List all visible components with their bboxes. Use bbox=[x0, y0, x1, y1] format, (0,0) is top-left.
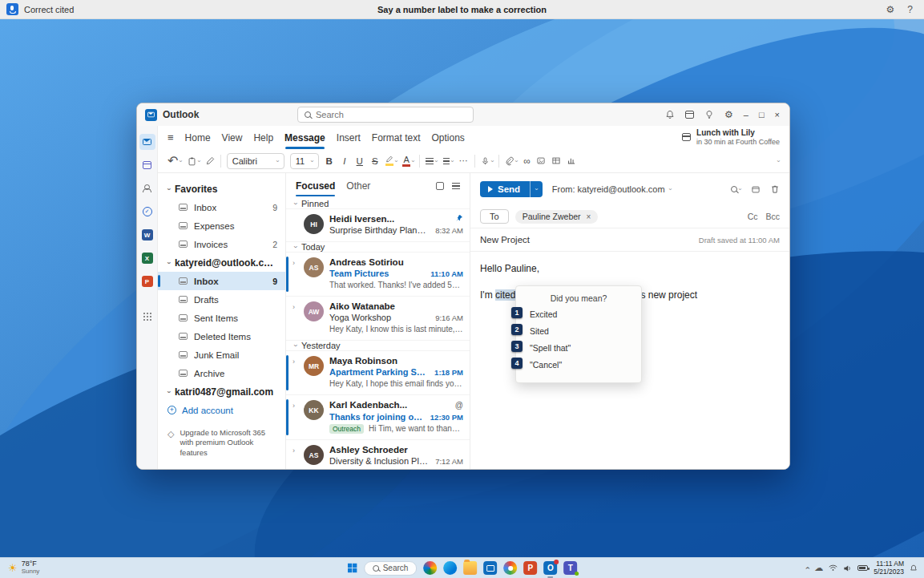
onedrive-cloud-icon[interactable]: ☁ bbox=[814, 564, 823, 572]
section-favorites[interactable]: › Favorites bbox=[158, 180, 285, 198]
filter-icon[interactable] bbox=[452, 183, 460, 189]
hamburger-menu-icon[interactable]: ≡ bbox=[167, 131, 174, 143]
recipient-pill[interactable]: Pauline Zweber × bbox=[515, 210, 599, 224]
strikethrough-button[interactable]: S bbox=[370, 156, 380, 166]
rail-word-icon[interactable]: W bbox=[139, 227, 155, 243]
folder-drafts[interactable]: Drafts bbox=[158, 290, 285, 309]
expand-conversation-icon[interactable]: › bbox=[293, 259, 295, 267]
email-item-ashley[interactable]: › AS Ashley Schroeder Diversity & Inclus… bbox=[286, 440, 470, 469]
email-item-heidi[interactable]: HI Heidi Iversen... Surprise Birthday P bbox=[286, 209, 470, 242]
taskbar-app-outlook-icon[interactable]: O bbox=[543, 561, 557, 575]
collapse-ribbon-icon[interactable]: › bbox=[776, 160, 782, 162]
rail-calendar-icon[interactable] bbox=[139, 157, 155, 173]
open-in-new-window-icon[interactable] bbox=[751, 185, 761, 194]
popup-option-3[interactable]: 3 "Spell that" bbox=[534, 342, 631, 354]
subject-field[interactable]: New Project bbox=[480, 235, 530, 245]
taskbar-app-store-icon[interactable] bbox=[483, 561, 497, 575]
battery-icon[interactable] bbox=[857, 565, 868, 571]
taskbar-app-browser-icon[interactable] bbox=[503, 561, 517, 575]
tray-chevron-up-icon[interactable]: › bbox=[803, 567, 812, 569]
rail-more-apps-icon[interactable] bbox=[139, 308, 155, 324]
folder-archive[interactable]: Archive bbox=[158, 364, 285, 382]
rail-excel-icon[interactable]: X bbox=[139, 250, 155, 266]
start-button[interactable] bbox=[347, 563, 357, 573]
taskbar-app-edge-icon[interactable] bbox=[443, 561, 457, 575]
voice-access-settings-icon[interactable]: ⚙ bbox=[886, 5, 895, 14]
dictate-button[interactable]: › bbox=[481, 156, 494, 166]
tab-home[interactable]: Home bbox=[185, 132, 211, 143]
insert-chart-button[interactable] bbox=[567, 156, 576, 165]
tab-help[interactable]: Help bbox=[253, 132, 273, 143]
notification-bell-icon[interactable] bbox=[910, 564, 918, 572]
more-formatting-icon[interactable]: ⋯ bbox=[459, 156, 469, 166]
volume-icon[interactable] bbox=[843, 564, 852, 572]
italic-button[interactable]: I bbox=[340, 156, 349, 166]
section-gmail-account[interactable]: › katri0487@gmail.com bbox=[158, 382, 285, 401]
group-pinned[interactable]: › Pinned bbox=[286, 199, 470, 209]
group-yesterday[interactable]: › Yesterday bbox=[286, 341, 470, 351]
weather-widget[interactable]: ☀ 78°F Sunny bbox=[0, 560, 39, 576]
section-outlook-account[interactable]: › katyreid@outlook.com bbox=[158, 253, 285, 272]
settings-gear-icon[interactable]: ⚙ bbox=[724, 110, 733, 119]
popup-option-2[interactable]: 2 Sited bbox=[534, 325, 631, 337]
alignment-button[interactable]: › bbox=[443, 158, 454, 164]
add-account-button[interactable]: + Add account bbox=[158, 401, 285, 420]
folder-junk-email[interactable]: Junk Email bbox=[158, 346, 285, 364]
insert-table-button[interactable] bbox=[551, 156, 561, 165]
rail-todo-icon[interactable]: ✓ bbox=[139, 204, 155, 220]
folder-deleted-items[interactable]: Deleted Items bbox=[158, 327, 285, 346]
search-bar[interactable] bbox=[297, 107, 474, 123]
tips-lightbulb-icon[interactable] bbox=[704, 110, 714, 119]
bullet-list-button[interactable]: › bbox=[426, 158, 438, 164]
email-item-maya[interactable]: › MR Maya Robinson Apartment Parking Spo… bbox=[286, 351, 470, 395]
notifications-bell-icon[interactable] bbox=[665, 110, 675, 119]
tab-focused[interactable]: Focused bbox=[296, 180, 335, 192]
taskbar-app-widgets-icon[interactable] bbox=[423, 561, 437, 575]
voice-access-help-icon[interactable]: ? bbox=[907, 4, 913, 15]
remove-recipient-icon[interactable]: × bbox=[587, 212, 591, 221]
insert-image-button[interactable] bbox=[536, 156, 546, 165]
folder-invoices[interactable]: Invoices 2 bbox=[158, 235, 285, 253]
underline-button[interactable]: U bbox=[355, 156, 365, 166]
expand-conversation-icon[interactable]: › bbox=[293, 447, 295, 455]
taskbar-search[interactable]: Search bbox=[364, 561, 418, 576]
search-input[interactable] bbox=[316, 110, 466, 119]
tab-message[interactable]: Message bbox=[284, 132, 325, 143]
expand-conversation-icon[interactable]: › bbox=[293, 402, 295, 410]
popup-option-1[interactable]: 1 Excited bbox=[534, 309, 631, 320]
maximize-button[interactable]: □ bbox=[759, 110, 765, 119]
close-button[interactable]: × bbox=[775, 110, 780, 119]
format-painter-button[interactable] bbox=[206, 156, 215, 165]
taskbar-app-file-explorer-icon[interactable] bbox=[463, 561, 477, 575]
folder-sent-items[interactable]: Sent Items bbox=[158, 309, 285, 327]
folder-inbox[interactable]: Inbox 9 bbox=[158, 272, 285, 290]
select-messages-icon[interactable] bbox=[436, 182, 444, 190]
from-selector[interactable]: From: katyreid@outlook.com › bbox=[552, 184, 671, 194]
font-color-button[interactable]: A› bbox=[402, 155, 414, 167]
tab-insert[interactable]: Insert bbox=[337, 132, 361, 143]
to-button[interactable]: To bbox=[480, 209, 509, 224]
email-item-karl[interactable]: › KK Karl Kadenbach... @ Thanks for join… bbox=[286, 395, 470, 440]
discard-trash-icon[interactable] bbox=[770, 184, 780, 194]
group-today[interactable]: › Today bbox=[286, 242, 470, 253]
loop-component-icon[interactable]: ∞ bbox=[523, 156, 531, 166]
taskbar-app-teams-icon[interactable]: T bbox=[563, 561, 577, 575]
clock[interactable]: 11:11 AM 5/21/2023 bbox=[874, 560, 904, 576]
font-size-select[interactable]: 11› bbox=[290, 153, 319, 169]
paste-button[interactable]: › bbox=[188, 156, 200, 166]
send-button[interactable]: Send › bbox=[480, 181, 543, 197]
tab-options[interactable]: Options bbox=[432, 132, 465, 143]
my-day-icon[interactable] bbox=[685, 111, 694, 119]
taskbar-app-powerpoint-icon[interactable]: P bbox=[523, 561, 537, 575]
tab-other[interactable]: Other bbox=[346, 180, 370, 192]
bcc-button[interactable]: Bcc bbox=[765, 212, 780, 221]
highlight-button[interactable]: › bbox=[385, 156, 397, 166]
email-item-aiko[interactable]: › AW Aiko Watanabe Yoga Workshop 9:16 AM… bbox=[286, 297, 470, 341]
rail-powerpoint-icon[interactable]: P bbox=[139, 273, 155, 289]
expand-conversation-icon[interactable]: › bbox=[293, 303, 295, 311]
bold-button[interactable]: B bbox=[325, 156, 334, 166]
upgrade-banner[interactable]: ◇ Upgrade to Microsoft 365 with premium … bbox=[158, 420, 285, 469]
expand-conversation-icon[interactable]: › bbox=[293, 358, 295, 366]
attach-file-button[interactable]: › bbox=[505, 156, 518, 166]
font-name-select[interactable]: Calibri› bbox=[227, 153, 284, 169]
